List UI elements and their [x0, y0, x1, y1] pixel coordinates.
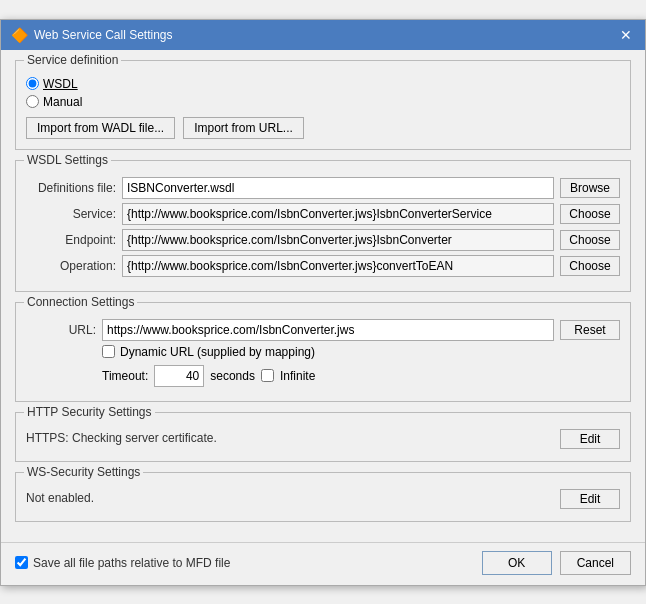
connection-settings-inner: URL: Reset Dynamic URL (supplied by mapp…	[26, 319, 620, 387]
ws-security-section: WS-Security Settings Not enabled. Edit	[15, 472, 631, 522]
browse-button[interactable]: Browse	[560, 178, 620, 198]
connection-settings-section: Connection Settings URL: Reset Dynamic U…	[15, 302, 631, 402]
wsdl-settings-section: WSDL Settings Definitions file: Browse S…	[15, 160, 631, 292]
wsdl-settings-label: WSDL Settings	[24, 153, 111, 167]
operation-choose-button[interactable]: Choose	[560, 256, 620, 276]
import-url-button[interactable]: Import from URL...	[183, 117, 304, 139]
app-icon: 🔶	[11, 27, 28, 43]
save-paths-label: Save all file paths relative to MFD file	[33, 556, 230, 570]
http-security-label: HTTP Security Settings	[24, 405, 155, 419]
operation-row: Operation: Choose	[26, 255, 620, 277]
endpoint-input[interactable]	[122, 229, 554, 251]
service-definition-label: Service definition	[24, 53, 121, 67]
http-security-info: HTTPS: Checking server certificate.	[26, 429, 217, 447]
import-btn-row: Import from WADL file... Import from URL…	[26, 117, 620, 139]
service-definition-inner: WSDL Manual Import from WADL file... Imp…	[26, 77, 620, 139]
definitions-file-input[interactable]	[122, 177, 554, 199]
manual-radio-row: Manual	[26, 95, 620, 109]
http-security-section: HTTP Security Settings HTTPS: Checking s…	[15, 412, 631, 462]
cancel-button[interactable]: Cancel	[560, 551, 631, 575]
service-label: Service:	[26, 207, 116, 221]
service-row: Service: Choose	[26, 203, 620, 225]
timeout-units: seconds	[210, 369, 255, 383]
save-paths-row: Save all file paths relative to MFD file	[15, 556, 230, 570]
operation-input[interactable]	[122, 255, 554, 277]
ws-security-label: WS-Security Settings	[24, 465, 143, 479]
wsdl-settings-inner: Definitions file: Browse Service: Choose…	[26, 177, 620, 277]
ok-button[interactable]: OK	[482, 551, 552, 575]
dialog-footer: Save all file paths relative to MFD file…	[1, 542, 645, 585]
dynamic-url-checkbox[interactable]	[102, 345, 115, 358]
ws-security-inner: Not enabled. Edit	[26, 489, 620, 511]
title-bar: 🔶 Web Service Call Settings ✕	[1, 20, 645, 50]
footer-buttons: OK Cancel	[482, 551, 631, 575]
dynamic-url-row: Dynamic URL (supplied by mapping)	[102, 345, 620, 359]
endpoint-choose-button[interactable]: Choose	[560, 230, 620, 250]
service-definition-section: Service definition WSDL Manual Imp	[15, 60, 631, 150]
reset-button[interactable]: Reset	[560, 320, 620, 340]
url-row: URL: Reset	[26, 319, 620, 341]
timeout-row: Timeout: seconds Infinite	[102, 365, 620, 387]
service-choose-button[interactable]: Choose	[560, 204, 620, 224]
http-edit-button[interactable]: Edit	[560, 429, 620, 449]
manual-radio[interactable]	[26, 95, 39, 108]
dialog-title: Web Service Call Settings	[34, 28, 173, 42]
radio-group: WSDL Manual	[26, 77, 620, 109]
dialog-container: 🔶 Web Service Call Settings ✕ Service de…	[0, 19, 646, 586]
url-label: URL:	[26, 323, 96, 337]
wsdl-radio[interactable]	[26, 77, 39, 90]
manual-label: Manual	[43, 95, 82, 109]
definitions-file-label: Definitions file:	[26, 181, 116, 195]
wsdl-radio-row: WSDL	[26, 77, 620, 91]
dialog-body: Service definition WSDL Manual Imp	[1, 50, 645, 542]
connection-settings-label: Connection Settings	[24, 295, 137, 309]
infinite-checkbox[interactable]	[261, 369, 274, 382]
infinite-label: Infinite	[280, 369, 315, 383]
endpoint-row: Endpoint: Choose	[26, 229, 620, 251]
import-wadl-button[interactable]: Import from WADL file...	[26, 117, 175, 139]
close-button[interactable]: ✕	[617, 26, 635, 44]
operation-label: Operation:	[26, 259, 116, 273]
save-paths-checkbox[interactable]	[15, 556, 28, 569]
ws-edit-button[interactable]: Edit	[560, 489, 620, 509]
url-input[interactable]	[102, 319, 554, 341]
ws-security-info: Not enabled.	[26, 489, 94, 507]
timeout-label: Timeout:	[102, 369, 148, 383]
title-bar-left: 🔶 Web Service Call Settings	[11, 27, 173, 43]
http-security-inner: HTTPS: Checking server certificate. Edit	[26, 429, 620, 451]
wsdl-label[interactable]: WSDL	[43, 77, 78, 91]
dynamic-url-label: Dynamic URL (supplied by mapping)	[120, 345, 315, 359]
endpoint-label: Endpoint:	[26, 233, 116, 247]
timeout-input[interactable]	[154, 365, 204, 387]
service-input[interactable]	[122, 203, 554, 225]
definitions-file-row: Definitions file: Browse	[26, 177, 620, 199]
